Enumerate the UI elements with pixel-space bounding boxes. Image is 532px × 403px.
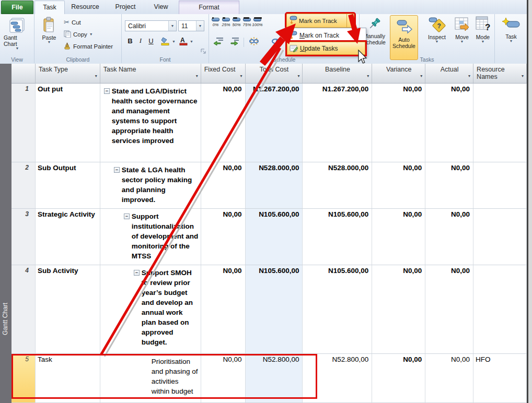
variance-cell[interactable]: N0,00	[372, 162, 425, 208]
actual-cell[interactable]: N0,00	[425, 162, 473, 208]
row-number-cell[interactable]: 4	[11, 265, 36, 353]
column-header-actual[interactable]: Actual▾	[425, 64, 473, 83]
fixed-cost-cell[interactable]: N0,00	[201, 84, 246, 162]
filter-arrow-icon[interactable]: ▾	[240, 73, 242, 80]
copy-button[interactable]: Copy ▼	[64, 30, 93, 39]
column-header-task-name[interactable]: Task Name▾	[100, 64, 201, 83]
row-number-cell[interactable]: 5	[11, 354, 36, 402]
fixed-cost-cell[interactable]: N0,00	[201, 354, 246, 402]
menu-item-update-tasks[interactable]: Update Tasks	[287, 42, 365, 55]
resource-names-cell[interactable]	[473, 209, 527, 265]
total-cost-cell[interactable]: N105.600,00	[246, 265, 303, 353]
actual-cell[interactable]: N0,00	[425, 209, 473, 265]
actual-cell[interactable]: N0,00	[425, 354, 473, 402]
mode-button[interactable]: ? Mode ▼	[472, 16, 493, 43]
task-type-cell[interactable]: Strategic Activity	[36, 209, 100, 265]
variance-cell[interactable]: N0,00	[372, 209, 425, 265]
column-header-variance[interactable]: Variance▾	[372, 64, 425, 83]
total-cost-cell[interactable]: N1.267.200,00	[246, 84, 303, 162]
grid-corner-cell[interactable]	[11, 64, 36, 83]
task-type-cell[interactable]: Sub Output	[36, 162, 100, 208]
indent-task-icon[interactable]	[228, 37, 239, 48]
outdent-task-icon[interactable]	[212, 37, 224, 48]
variance-cell[interactable]: N0,00	[372, 265, 425, 353]
font-size-select[interactable]: 11 ▼	[178, 20, 204, 31]
collapse-icon[interactable]: −	[134, 270, 140, 276]
move-button[interactable]: Move ▼	[452, 16, 472, 43]
baseline-cell[interactable]: N105.600,00	[303, 265, 372, 353]
actual-cell[interactable]: N0,00	[425, 265, 473, 353]
filter-arrow-icon[interactable]: ▾	[196, 73, 198, 80]
italic-button[interactable]: I	[135, 35, 146, 46]
resource-names-cell[interactable]	[473, 84, 527, 162]
variance-cell[interactable]: N0,00	[372, 354, 425, 402]
column-header-total-cost[interactable]: Total Cost▾	[246, 64, 303, 83]
baseline-cell[interactable]: N1.267.200,00	[303, 84, 372, 162]
resource-names-cell[interactable]	[473, 265, 527, 353]
filter-arrow-icon[interactable]: ▾	[297, 73, 299, 80]
collapse-icon[interactable]: −	[124, 214, 130, 219]
task-type-cell[interactable]: Sub Activity	[36, 265, 100, 353]
total-cost-cell[interactable]: N52.800,00	[246, 354, 303, 402]
percent-complete-100%[interactable]: 100%	[253, 18, 262, 27]
tab-project[interactable]: Project	[107, 1, 144, 14]
menu-item-mark-on-track[interactable]: Mark on Track	[287, 29, 365, 42]
tab-resource[interactable]: Resource	[66, 1, 105, 14]
variance-cell[interactable]: N0,00	[372, 84, 425, 162]
paste-button[interactable]: Paste ▼	[39, 17, 60, 44]
fixed-cost-cell[interactable]: N0,00	[201, 209, 246, 265]
task-name-cell[interactable]: −State and LGA/District health sector go…	[100, 84, 201, 162]
task-name-cell[interactable]: −Support SMOH to review prior year’s bud…	[100, 265, 201, 353]
percent-complete-50%[interactable]: 50%	[232, 18, 241, 27]
insert-task-button[interactable]: Task ▼	[500, 17, 523, 43]
column-header-resource-names[interactable]: Resource Names▾	[473, 64, 527, 83]
format-painter-button[interactable]: Format Painter	[64, 42, 113, 51]
font-family-select[interactable]: Calibri ▼	[125, 20, 177, 31]
tab-task[interactable]: Task	[34, 1, 65, 15]
cut-button[interactable]: ✂ Cut	[64, 18, 81, 26]
row-number-cell[interactable]: 2	[11, 162, 36, 208]
row-number-cell[interactable]: 3	[11, 209, 36, 265]
percent-complete-0%[interactable]: 0%	[211, 18, 220, 27]
collapse-icon[interactable]: −	[114, 167, 120, 173]
filter-arrow-icon[interactable]: ▾	[468, 73, 470, 80]
auto-schedule-button[interactable]: Auto Schedule	[390, 15, 418, 60]
total-cost-cell[interactable]: N528.000,00	[246, 162, 303, 208]
background-color-button[interactable]: ▼	[160, 37, 176, 46]
filter-arrow-icon[interactable]: ▾	[522, 73, 524, 80]
filter-arrow-icon[interactable]: ▾	[95, 73, 97, 80]
filter-arrow-icon[interactable]: ▾	[420, 73, 422, 80]
link-tasks-icon[interactable]	[271, 38, 284, 47]
column-header-task-type[interactable]: Task Type▾	[36, 64, 100, 83]
fixed-cost-cell[interactable]: N0,00	[201, 265, 246, 353]
fixed-cost-cell[interactable]: N0,00	[201, 162, 246, 208]
column-header-fixed-cost[interactable]: Fixed Cost▾	[201, 64, 246, 83]
row-number-cell[interactable]: 1	[11, 84, 36, 162]
task-type-cell[interactable]: Out put	[36, 84, 100, 162]
baseline-cell[interactable]: N105.600,00	[303, 209, 372, 265]
percent-complete-75%[interactable]: 75%	[242, 18, 251, 27]
total-cost-cell[interactable]: N105.600,00	[246, 209, 303, 265]
underline-button[interactable]: U	[146, 35, 156, 46]
unlink-tasks-icon[interactable]	[248, 37, 260, 48]
inspect-button[interactable]: ? Inspect ▼	[423, 16, 450, 43]
tab-file[interactable]: File	[1, 1, 33, 14]
resource-names-cell[interactable]	[473, 162, 527, 208]
font-color-button[interactable]: A ▼	[179, 37, 193, 46]
task-name-cell[interactable]: −Support institutionalization of develop…	[100, 209, 201, 265]
column-header-baseline[interactable]: Baseline▾	[303, 64, 372, 83]
tab-format[interactable]: Format	[179, 1, 239, 15]
actual-cell[interactable]: N0,00	[425, 84, 473, 162]
font-dialog-launcher[interactable]	[200, 48, 207, 54]
resource-names-cell[interactable]: HFO	[473, 354, 527, 402]
mark-on-track-button[interactable]: Mark on Track ▼	[286, 14, 354, 28]
percent-complete-25%[interactable]: 25%	[222, 18, 230, 27]
bold-button[interactable]: B	[125, 35, 135, 46]
chevron-down-icon[interactable]: ▼	[346, 14, 354, 27]
collapse-icon[interactable]: −	[104, 88, 110, 94]
baseline-cell[interactable]: N52.800,00	[303, 354, 372, 402]
task-name-cell[interactable]: −State & LGA health sector policy making…	[100, 162, 201, 208]
gantt-chart-button[interactable]: Gantt Chart ▼	[4, 17, 31, 50]
filter-arrow-icon[interactable]: ▾	[367, 73, 369, 80]
baseline-cell[interactable]: N528.000,00	[303, 162, 372, 208]
